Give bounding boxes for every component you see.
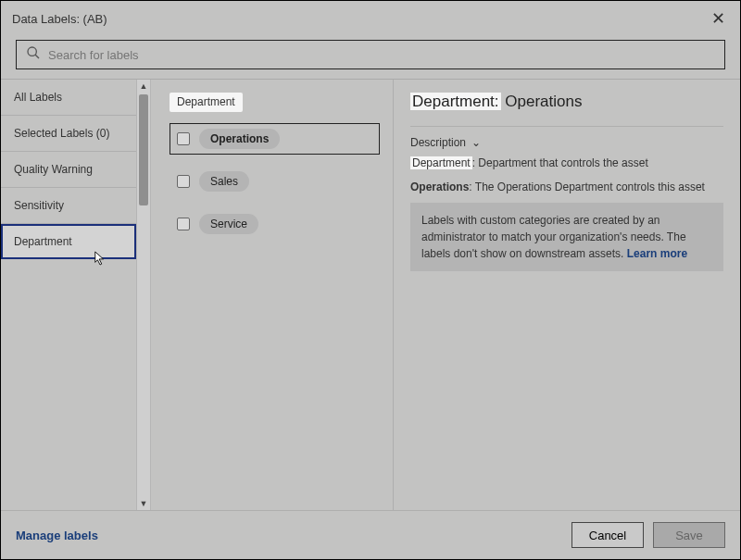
svg-point-0	[28, 47, 36, 56]
divider	[410, 126, 723, 127]
search-box[interactable]	[16, 40, 725, 69]
desc-term: Operations	[410, 180, 469, 193]
scroll-down-icon[interactable]: ▼	[140, 497, 148, 510]
description-line-2: Operations: The Operations Department co…	[410, 179, 723, 195]
search-row	[1, 36, 740, 79]
close-icon[interactable]: ✕	[708, 8, 729, 29]
description-line-1: Department: Department that controls the…	[410, 155, 723, 171]
info-box: Labels with custom categories are create…	[410, 203, 723, 271]
search-input[interactable]	[48, 48, 715, 62]
manage-labels-link[interactable]: Manage labels	[16, 529, 98, 542]
cursor-icon	[94, 250, 107, 267]
checkbox-sales[interactable]	[177, 175, 190, 188]
scroll-thumb[interactable]	[139, 94, 148, 205]
sidebar-item-department[interactable]: Department	[1, 224, 136, 259]
detail-title: Department: Operations	[410, 93, 723, 111]
save-button[interactable]: Save	[653, 522, 725, 548]
sidebar-scrollbar[interactable]: ▲ ▼	[136, 80, 151, 510]
detail-title-value: Operations	[505, 93, 582, 110]
data-labels-dialog: Data Labels: (AB) ✕ All Labels Selected …	[0, 0, 741, 560]
scroll-up-icon[interactable]: ▲	[140, 80, 148, 93]
sidebar-item-quality-warning[interactable]: Quality Warning	[1, 152, 136, 188]
desc-text: : Department that controls the asset	[472, 156, 648, 169]
chevron-down-icon: ⌄	[471, 136, 481, 149]
svg-line-1	[35, 55, 39, 58]
label-pill: Operations	[199, 129, 280, 149]
sidebar-item-selected-labels[interactable]: Selected Labels (0)	[1, 116, 136, 152]
description-toggle-label: Description	[410, 136, 466, 149]
dialog-body: All Labels Selected Labels (0) Quality W…	[1, 79, 740, 510]
learn-more-link[interactable]: Learn more	[627, 247, 687, 260]
label-row-sales[interactable]: Sales	[170, 166, 380, 197]
cancel-button[interactable]: Cancel	[571, 522, 644, 548]
sidebar: All Labels Selected Labels (0) Quality W…	[1, 80, 136, 510]
titlebar: Data Labels: (AB) ✕	[1, 1, 740, 36]
checkbox-service[interactable]	[177, 218, 190, 230]
footer: Manage labels Cancel Save	[1, 510, 740, 559]
description-toggle[interactable]: Description ⌄	[410, 136, 723, 149]
label-row-operations[interactable]: Operations	[170, 123, 380, 155]
detail-title-prefix: Department:	[410, 93, 501, 110]
desc-text: : The Operations Department controls thi…	[469, 180, 705, 193]
desc-term: Department	[410, 156, 472, 169]
sidebar-item-label: Department	[14, 235, 72, 248]
category-chip: Department	[170, 93, 243, 112]
label-row-service[interactable]: Service	[170, 208, 380, 240]
label-pill: Service	[199, 214, 258, 234]
sidebar-item-sensitivity[interactable]: Sensitivity	[1, 188, 136, 224]
search-icon	[26, 45, 41, 64]
label-pill: Sales	[199, 171, 249, 192]
dialog-title: Data Labels: (AB)	[12, 12, 107, 26]
label-list-panel: Department Operations Sales Service	[151, 80, 394, 510]
sidebar-item-all-labels[interactable]: All Labels	[1, 80, 136, 116]
detail-panel: Department: Operations Description ⌄ Dep…	[394, 80, 740, 510]
checkbox-operations[interactable]	[177, 132, 190, 145]
